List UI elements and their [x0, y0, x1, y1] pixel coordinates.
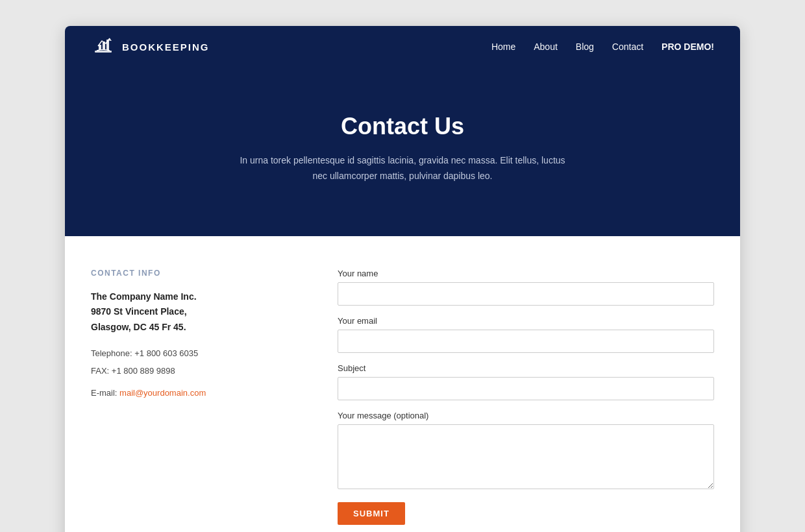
email-field-group: Your email — [338, 316, 714, 353]
nav-about[interactable]: About — [534, 42, 558, 52]
logo-icon — [91, 34, 116, 59]
telephone: Telephone: +1 800 603 6035 — [91, 346, 299, 361]
hero-title: Contact Us — [91, 113, 714, 140]
logo-text: BOOKKEEPING — [122, 42, 210, 53]
subject-label: Subject — [338, 363, 714, 373]
logo-area: BOOKKEEPING — [91, 34, 210, 59]
submit-button[interactable]: SUBMIT — [338, 502, 405, 525]
svg-rect-1 — [99, 45, 101, 50]
name-field-group: Your name — [338, 269, 714, 306]
content-section: CONTACT INFO The Company Name Inc. 9870 … — [65, 236, 740, 532]
email-label: Your email — [338, 316, 714, 326]
name-input[interactable] — [338, 282, 714, 306]
name-label: Your name — [338, 269, 714, 278]
email-line: E-mail: mail@yourdomain.com — [91, 388, 299, 398]
company-name-line2: 9870 St Vincent Place, — [91, 306, 187, 317]
fax: FAX: +1 800 889 9898 — [91, 363, 299, 378]
subject-field-group: Subject — [338, 363, 714, 400]
company-name-line3: Glasgow, DC 45 Fr 45. — [91, 322, 186, 332]
nav-home[interactable]: Home — [491, 42, 515, 52]
email-input[interactable] — [338, 330, 714, 353]
site-header: BOOKKEEPING Home About Blog Contact PRO … — [65, 26, 740, 67]
email-link[interactable]: mail@yourdomain.com — [119, 388, 206, 398]
hero-description: In urna torek pellentesque id sagittis l… — [234, 153, 571, 184]
nav-pro-demo[interactable]: PRO DEMO! — [662, 42, 714, 52]
message-textarea[interactable] — [338, 424, 714, 489]
message-field-group: Your message (optional) — [338, 411, 714, 492]
company-address: The Company Name Inc. 9870 St Vincent Pl… — [91, 289, 299, 335]
contact-info-panel: CONTACT INFO The Company Name Inc. 9870 … — [91, 269, 299, 525]
contact-info-label: CONTACT INFO — [91, 269, 299, 278]
nav-contact[interactable]: Contact — [612, 42, 643, 52]
email-label: E-mail: — [91, 388, 117, 398]
company-name-line1: The Company Name Inc. — [91, 291, 197, 302]
subject-input[interactable] — [338, 377, 714, 400]
nav-blog[interactable]: Blog — [576, 42, 594, 52]
main-nav: Home About Blog Contact PRO DEMO! — [491, 42, 714, 52]
hero-section: Contact Us In urna torek pellentesque id… — [65, 67, 740, 236]
message-label: Your message (optional) — [338, 411, 714, 420]
contact-form: Your name Your email Subject Your messag… — [338, 269, 714, 525]
